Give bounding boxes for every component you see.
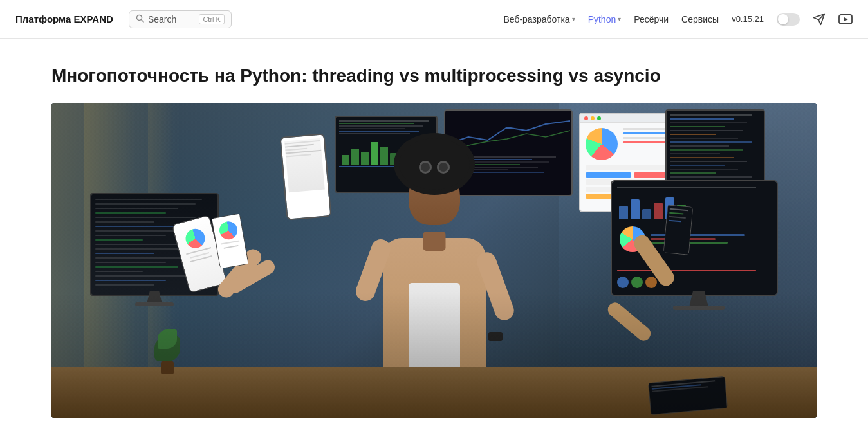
phone-dark-screen: [664, 206, 692, 255]
search-shortcut: Ctrl K: [199, 14, 225, 24]
bar: [619, 206, 628, 219]
psl: [224, 245, 238, 249]
stat-bar: [623, 141, 670, 143]
icon-circle-2: [631, 277, 643, 288]
nav-python-label: Python: [588, 14, 616, 24]
screen-line: [95, 235, 166, 236]
cl: [670, 165, 725, 166]
phone-held-2: [663, 205, 693, 255]
screen-line: [95, 239, 143, 241]
sl: [339, 125, 423, 127]
nav-services-label: Сервисы: [681, 14, 719, 24]
psl: [221, 241, 239, 245]
cl: [670, 118, 734, 120]
screen-top-far-right: [665, 109, 765, 187]
min-dot: [591, 116, 595, 120]
version-badge: v0.15.21: [732, 14, 764, 24]
icon-row: [617, 277, 771, 288]
bar: [371, 142, 378, 165]
cl: [670, 130, 743, 131]
bar: [642, 209, 651, 219]
brand-title: Платформа EXPAND: [15, 14, 113, 24]
psl: [669, 216, 686, 219]
screen-line: [95, 217, 196, 218]
screen-line: [95, 203, 196, 205]
search-icon: [136, 14, 144, 24]
nav-research-label: Ресёрчи: [634, 14, 669, 24]
main-content: Многопоточность на Python: threading vs …: [0, 39, 868, 418]
code-screen: [667, 111, 764, 185]
telegram-icon[interactable]: [813, 13, 826, 26]
cl: [670, 153, 720, 154]
article-title: Многопоточность на Python: threading vs …: [51, 64, 817, 87]
sl: [339, 131, 419, 132]
cl: [670, 169, 738, 170]
person-neck: [423, 232, 445, 251]
screen-line: [95, 284, 154, 286]
col-blue: [586, 172, 631, 178]
header-right: Веб-разработка ▾ Python ▾ Ресёрчи Сервис…: [503, 13, 853, 26]
line-chart-area: [449, 114, 568, 153]
nav-research[interactable]: Ресёрчи: [634, 14, 669, 24]
cl: [670, 176, 752, 178]
icon-circle-3: [645, 277, 657, 288]
cl: [670, 172, 716, 174]
toggle-knob: [778, 14, 788, 24]
bar: [380, 147, 388, 165]
bar: [351, 149, 359, 165]
cl: [670, 138, 738, 139]
header-left: Платформа EXPAND Search Ctrl K: [15, 10, 232, 28]
cl: [670, 157, 734, 158]
cl: [670, 149, 743, 151]
cl: [670, 145, 729, 147]
youtube-icon[interactable]: [838, 14, 853, 24]
hero-image-bg: [51, 103, 817, 418]
screen-line: [95, 262, 166, 263]
tablet-screen-content: [649, 377, 727, 414]
theme-toggle[interactable]: [777, 13, 800, 26]
icon-circle-1: [617, 277, 629, 288]
cl: [670, 141, 752, 143]
close-dot: [584, 116, 588, 120]
sl: [339, 128, 405, 129]
screen-line: [95, 212, 166, 214]
desk-surface: [51, 367, 817, 418]
phone-top-left-screen: [281, 135, 331, 219]
nav-web-dev[interactable]: Веб-разработка ▾: [503, 14, 575, 24]
watch: [488, 332, 503, 341]
donut-small: [217, 220, 238, 241]
screen-line: [95, 208, 178, 209]
screen-line: [95, 199, 202, 200]
psl: [286, 154, 311, 158]
bar: [342, 155, 349, 165]
screen-line: [95, 280, 166, 281]
donut-chart-1: [586, 128, 618, 160]
nav-services[interactable]: Сервисы: [681, 14, 719, 24]
cl: [670, 122, 747, 123]
search-bar[interactable]: Search Ctrl K: [129, 10, 232, 28]
svg-marker-3: [844, 17, 848, 21]
psl: [186, 247, 211, 255]
cl: [670, 114, 752, 116]
nav-python[interactable]: Python ▾: [588, 14, 622, 24]
search-label: Search: [148, 14, 196, 24]
person-hair: [399, 138, 470, 190]
plant-container: [154, 336, 180, 374]
line-chart-svg: [449, 114, 570, 150]
right-chart: [617, 197, 771, 219]
tablet-desk: [648, 376, 728, 415]
psl: [284, 140, 320, 145]
svg-line-1: [141, 19, 143, 22]
psl: [669, 212, 683, 215]
screen-line: [95, 253, 154, 254]
screen-line: [95, 266, 178, 268]
plant-pot: [161, 361, 174, 374]
cl: [670, 134, 716, 135]
nav-web-dev-label: Веб-разработка: [503, 14, 569, 24]
bar: [654, 203, 663, 219]
screen-line: [95, 226, 178, 227]
cl: [670, 126, 725, 127]
plant-leaves: [154, 336, 180, 361]
cl: [670, 161, 747, 162]
chevron-down-icon: ▾: [572, 15, 575, 23]
